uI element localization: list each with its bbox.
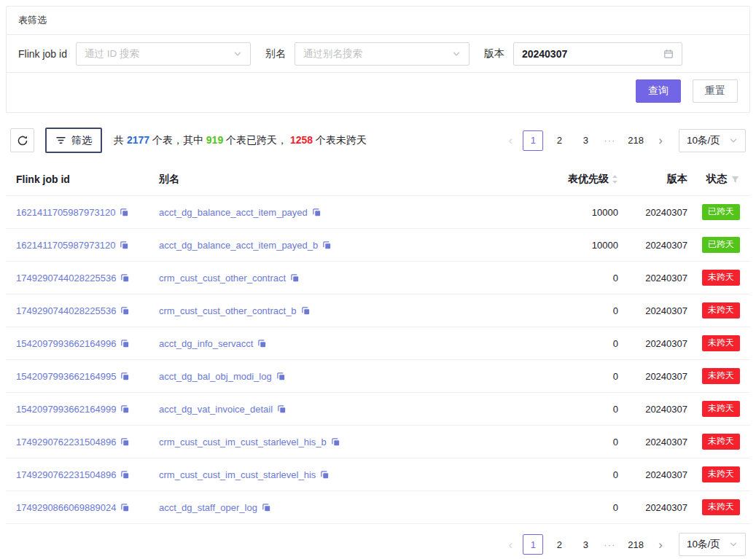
filter-actions-row: 查询 重置	[7, 73, 749, 112]
flink-job-id-link[interactable]: 1749290744028225536	[16, 273, 116, 284]
copy-icon[interactable]	[322, 241, 332, 250]
alias-cell: acct_dg_staff_oper_log	[159, 502, 531, 513]
status-cell: 未跨天	[687, 466, 740, 482]
alias-link[interactable]: acct_dg_vat_invoice_detail	[159, 404, 273, 415]
copy-icon[interactable]	[276, 372, 286, 381]
table-row: 1542097993662164999 acct_dg_vat_invoice_…	[6, 393, 750, 426]
pagination-ellipsis[interactable]: ···	[601, 135, 617, 146]
alias-cell: acct_dg_vat_invoice_detail	[159, 404, 531, 415]
pagination-top: ‹123···218›	[504, 130, 667, 151]
summary-part: 个表，其中	[149, 134, 206, 146]
status-header-label: 状态	[706, 173, 727, 186]
tables-table: Flink job id 别名 表优先级 版本 状态 1621411705987…	[6, 163, 750, 524]
total-count: 2177	[127, 134, 149, 146]
page-size-select[interactable]: 10条/页	[679, 129, 746, 152]
filter-lines-icon	[55, 135, 66, 146]
status-badge: 未跨天	[702, 401, 740, 417]
priority-cell: 10000	[531, 207, 618, 218]
copy-icon[interactable]	[301, 306, 311, 316]
refresh-button[interactable]	[10, 128, 34, 152]
reset-button[interactable]: 重置	[693, 79, 738, 103]
pagination-page[interactable]: 2	[549, 130, 569, 151]
status-cell: 未跨天	[687, 499, 740, 515]
copy-icon[interactable]	[277, 404, 287, 414]
copy-icon[interactable]	[120, 404, 130, 414]
pagination-page[interactable]: 1	[523, 534, 543, 555]
copy-icon[interactable]	[290, 273, 300, 283]
status-filter-icon[interactable]	[730, 175, 740, 184]
filter-panel-title: 表筛选	[18, 15, 47, 26]
pagination-page[interactable]: 3	[575, 534, 596, 555]
pagination-page[interactable]: 2	[549, 534, 569, 555]
pagination-next-icon[interactable]: ›	[654, 539, 667, 551]
chevron-down-icon	[452, 50, 461, 58]
flink-job-id-link[interactable]: 1542097993662164999	[16, 404, 116, 415]
alias-link[interactable]: acct_dg_bal_obj_modi_log	[159, 371, 272, 382]
copy-icon[interactable]	[120, 339, 130, 348]
pagination-page[interactable]: 1	[523, 130, 543, 151]
pagination-next-icon[interactable]: ›	[654, 134, 667, 146]
flink-job-id-link[interactable]: 1542097993662164996	[16, 338, 116, 349]
summary-text: 共 2177 个表，其中 919 个表已跨天， 1258 个表未跨天	[114, 134, 367, 147]
table-row: 1749290866069889024 acct_dg_staff_oper_l…	[6, 491, 750, 524]
flink-job-id-link[interactable]: 1749290866069889024	[16, 502, 116, 513]
pagination-page[interactable]: 218	[623, 130, 648, 151]
query-button[interactable]: 查询	[636, 79, 681, 103]
id-cell: 1542097993662164995	[16, 371, 159, 382]
copy-icon[interactable]	[120, 241, 129, 250]
pagination-ellipsis[interactable]: ···	[601, 539, 617, 550]
alias-link[interactable]: crm_cust_cust_other_contract	[159, 273, 286, 284]
copy-icon[interactable]	[120, 372, 130, 381]
table-row: 1749290762231504896 crm_cust_cust_im_cus…	[6, 458, 750, 491]
page-size-select[interactable]: 10条/页	[679, 533, 746, 556]
pagination-bottom: ‹123···218›	[504, 534, 667, 555]
copy-icon[interactable]	[331, 437, 340, 447]
pagination-page[interactable]: 3	[575, 130, 596, 151]
flink-job-id-link[interactable]: 1621411705987973120	[16, 240, 115, 251]
version-cell: 20240307	[618, 240, 687, 251]
version-date-input[interactable]: 20240307	[513, 42, 682, 66]
priority-cell: 0	[531, 437, 618, 447]
pagination-prev-icon[interactable]: ‹	[504, 539, 517, 551]
alias-link[interactable]: acct_dg_balance_acct_item_payed_b	[159, 240, 318, 251]
copy-icon[interactable]	[120, 306, 130, 316]
status-cell: 未跨天	[687, 368, 740, 384]
copy-icon[interactable]	[120, 470, 130, 480]
chevron-down-icon	[729, 540, 738, 549]
priority-cell: 0	[531, 273, 618, 284]
pagination-page[interactable]: 218	[623, 534, 648, 555]
version-cell: 20240307	[618, 207, 687, 218]
copy-icon[interactable]	[312, 208, 322, 217]
flink-job-id-link[interactable]: 1749290744028225536	[16, 305, 116, 316]
flink-job-id-select[interactable]: 通过 ID 搜索	[76, 42, 251, 66]
status-badge: 未跨天	[702, 302, 740, 318]
copy-icon[interactable]	[320, 470, 330, 480]
id-cell: 1749290866069889024	[16, 502, 159, 513]
flink-job-id-link[interactable]: 1749290762231504896	[16, 437, 116, 447]
alias-link[interactable]: acct_dg_staff_oper_log	[159, 502, 257, 513]
alias-link[interactable]: crm_cust_cust_other_contract_b	[159, 305, 297, 316]
copy-icon[interactable]	[120, 437, 130, 447]
alias-link[interactable]: crm_cust_cust_im_cust_starlevel_his_b	[159, 437, 327, 447]
copy-icon[interactable]	[262, 503, 271, 512]
alias-select[interactable]: 通过别名搜索	[295, 42, 469, 66]
column-header-priority[interactable]: 表优先级	[531, 173, 618, 186]
priority-cell: 0	[531, 371, 618, 382]
filter-toggle-button[interactable]: 筛选	[45, 128, 102, 153]
flink-job-id-link[interactable]: 1621411705987973120	[16, 207, 115, 218]
column-header-version: 版本	[618, 173, 687, 186]
version-label: 版本	[484, 47, 504, 60]
id-cell: 1749290762231504896	[16, 437, 159, 447]
copy-icon[interactable]	[120, 273, 130, 283]
pagination-prev-icon[interactable]: ‹	[504, 134, 517, 146]
alias-cell: crm_cust_cust_other_contract_b	[159, 305, 531, 316]
alias-link[interactable]: acct_dg_info_servacct	[159, 338, 253, 349]
flink-job-id-link[interactable]: 1542097993662164995	[16, 371, 116, 382]
alias-link[interactable]: acct_dg_balance_acct_item_payed	[159, 207, 308, 218]
copy-icon[interactable]	[120, 503, 130, 512]
flink-job-id-link[interactable]: 1749290762231504896	[16, 469, 116, 480]
sort-icon[interactable]	[612, 174, 618, 184]
copy-icon[interactable]	[120, 208, 129, 217]
copy-icon[interactable]	[257, 339, 267, 348]
alias-link[interactable]: crm_cust_cust_im_cust_starlevel_his	[159, 469, 316, 480]
